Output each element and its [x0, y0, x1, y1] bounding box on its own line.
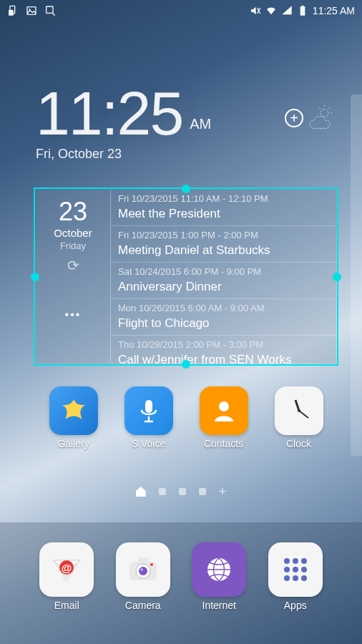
- svg-rect-8: [145, 400, 152, 413]
- page-dot[interactable]: [179, 488, 186, 495]
- dock: @ Email Camera Internet Apps: [0, 522, 362, 644]
- page-indicator[interactable]: +: [0, 487, 362, 497]
- calendar-event[interactable]: Sat 10/24/2015 6:00 PM - 9:00 PM Anniver…: [111, 263, 336, 299]
- email-icon: @: [39, 542, 94, 597]
- svg-rect-14: [138, 557, 148, 563]
- app-label: Apps: [263, 600, 328, 611]
- calendar-events-list[interactable]: Fri 10/23/2015 11:10 AM - 12:10 PM Meet …: [111, 190, 336, 364]
- clock-date: Fri, October 23: [36, 147, 336, 162]
- event-title: Flight to Chicago: [118, 315, 329, 332]
- app-email[interactable]: @ Email: [34, 542, 99, 611]
- app-label: Internet: [187, 600, 251, 611]
- app-label: S Voice: [117, 438, 181, 449]
- svg-point-21: [293, 558, 298, 564]
- event-time: Fri 10/23/2015 11:10 AM - 12:10 PM: [118, 192, 329, 205]
- clock-ampm: AM: [190, 116, 211, 132]
- plus-icon: +: [285, 109, 303, 127]
- app-label: Camera: [111, 600, 175, 611]
- app-internet[interactable]: Internet: [187, 542, 251, 611]
- event-title: Meeting Daniel at Starbucks: [118, 242, 329, 259]
- svg-point-26: [284, 575, 290, 581]
- calendar-weekday: Friday: [36, 240, 110, 251]
- calendar-event[interactable]: Fri 10/23/2015 11:10 AM - 12:10 PM Meet …: [111, 190, 336, 226]
- status-time: 11:25 AM: [313, 5, 355, 16]
- svg-point-20: [284, 558, 290, 564]
- status-bar: 11:25 AM: [0, 0, 362, 21]
- svg-point-10: [298, 409, 300, 412]
- calendar-month: October: [36, 227, 110, 239]
- svoice-icon: [124, 386, 173, 435]
- svg-point-23: [284, 567, 290, 572]
- mute-icon: [250, 5, 261, 16]
- battery-icon: [297, 5, 308, 16]
- weather-icon: [305, 105, 336, 131]
- app-gallery[interactable]: Gallery: [41, 386, 106, 449]
- clock-weather-widget[interactable]: 11:25 AM + Fri, October 23: [36, 86, 336, 162]
- device-icon: [7, 5, 19, 16]
- contacts-icon: [200, 386, 248, 435]
- page-peek-right[interactable]: [351, 94, 362, 456]
- debug-icon: [44, 5, 56, 16]
- app-svoice[interactable]: S Voice: [117, 386, 181, 449]
- svg-point-25: [301, 567, 307, 572]
- clock-time: 11:25: [36, 86, 182, 141]
- svg-point-24: [293, 567, 298, 572]
- event-time: Thu 10/29/2015 2:00 PM - 3:00 PM: [118, 338, 329, 351]
- svg-point-28: [301, 575, 307, 581]
- page-dot[interactable]: [159, 488, 166, 495]
- app-drawer[interactable]: Apps: [263, 542, 328, 611]
- svg-rect-4: [47, 6, 53, 13]
- app-camera[interactable]: Camera: [111, 542, 175, 611]
- svg-point-9: [219, 401, 229, 411]
- svg-rect-1: [9, 10, 14, 16]
- svg-text:@: @: [62, 562, 72, 574]
- app-label: Clock: [267, 438, 331, 449]
- calendar-date-panel[interactable]: 23 October Friday ⟳ •••: [36, 190, 111, 364]
- svg-point-7: [321, 109, 328, 117]
- overflow-icon[interactable]: •••: [36, 308, 110, 321]
- svg-rect-6: [302, 6, 304, 6]
- apps-icon: [268, 542, 323, 597]
- svg-rect-2: [27, 7, 36, 15]
- svg-point-27: [293, 575, 298, 581]
- svg-rect-5: [300, 6, 305, 16]
- calendar-event[interactable]: Mon 10/26/2015 6:00 AM - 9:00 AM Flight …: [111, 299, 336, 336]
- app-contacts[interactable]: Contacts: [192, 386, 256, 449]
- clock-icon: [275, 386, 323, 435]
- camera-icon: [116, 542, 170, 597]
- page-dot[interactable]: [199, 488, 206, 495]
- calendar-event[interactable]: Thu 10/29/2015 2:00 PM - 3:00 PM Call w/…: [111, 336, 336, 364]
- internet-icon: [192, 542, 246, 597]
- home-page-indicator[interactable]: [136, 487, 146, 497]
- sync-icon[interactable]: ⟳: [36, 257, 110, 274]
- app-clock[interactable]: Clock: [267, 386, 331, 449]
- svg-point-16: [139, 567, 147, 575]
- add-weather-button[interactable]: +: [285, 105, 336, 131]
- wifi-icon: [265, 5, 277, 16]
- calendar-day-number: 23: [36, 197, 110, 227]
- event-time: Fri 10/23/2015 1:00 PM - 2:00 PM: [118, 229, 329, 242]
- signal-icon: [281, 5, 293, 16]
- app-row: Gallery S Voice Contacts Clock: [36, 386, 336, 449]
- event-title: Anniversary Dinner: [118, 278, 329, 296]
- calendar-event[interactable]: Fri 10/23/2015 1:00 PM - 2:00 PM Meeting…: [111, 226, 336, 263]
- calendar-widget[interactable]: 23 October Friday ⟳ ••• Fri 10/23/2015 1…: [36, 190, 336, 364]
- app-label: Email: [34, 600, 99, 611]
- svg-point-17: [140, 568, 143, 571]
- event-time: Mon 10/26/2015 6:00 AM - 9:00 AM: [118, 302, 329, 315]
- app-label: Gallery: [41, 438, 106, 449]
- svg-point-18: [150, 563, 153, 566]
- svg-point-22: [301, 558, 307, 564]
- event-time: Sat 10/24/2015 6:00 PM - 9:00 PM: [118, 265, 329, 278]
- event-title: Call w/Jennifer from SEN Works: [118, 351, 329, 364]
- gallery-icon: [49, 386, 98, 435]
- event-title: Meet the President: [118, 205, 329, 223]
- add-page-button[interactable]: +: [219, 488, 227, 495]
- image-icon: [26, 5, 37, 16]
- app-label: Contacts: [192, 438, 256, 449]
